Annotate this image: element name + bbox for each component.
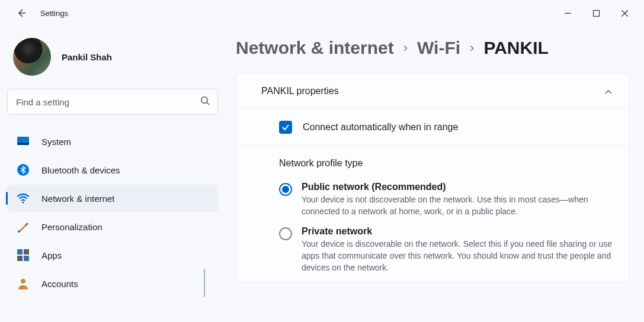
titlebar: Settings <box>0 0 644 26</box>
radio-public[interactable] <box>279 183 292 196</box>
nav-label: Network & internet <box>41 194 114 204</box>
minimize-icon <box>565 10 571 17</box>
card-title: PANKIL properties <box>261 86 339 96</box>
brush-icon <box>17 220 30 233</box>
breadcrumb-wifi[interactable]: Wi-Fi <box>417 38 460 58</box>
option-private[interactable]: Private network Your device is discovera… <box>279 226 613 274</box>
breadcrumb-network[interactable]: Network & internet <box>236 38 394 58</box>
profile-type-header: Network profile type <box>236 146 629 175</box>
svg-rect-7 <box>17 249 23 255</box>
sidebar-item-system[interactable]: System <box>7 128 218 155</box>
wifi-icon <box>17 192 30 205</box>
nav-label: Apps <box>41 250 62 260</box>
svg-point-11 <box>21 279 25 284</box>
card-header[interactable]: PANKIL properties <box>236 74 629 109</box>
properties-card: PANKIL properties Connect automatically … <box>236 73 630 282</box>
user-name: Pankil Shah <box>62 52 112 62</box>
account-icon <box>17 277 30 290</box>
nav-label: Bluetooth & devices <box>41 165 120 175</box>
option-public-desc: Your device is not discoverable on the n… <box>302 194 613 218</box>
back-arrow-icon <box>17 8 26 18</box>
sidebar-item-network[interactable]: Network & internet <box>7 185 218 212</box>
sidebar-item-personalization[interactable]: Personalization <box>7 213 218 240</box>
chevron-right-icon: › <box>403 40 408 56</box>
profile-options: Public network (Recommended) Your device… <box>236 175 629 282</box>
breadcrumb: Network & internet › Wi-Fi › PANKIL <box>236 38 630 58</box>
maximize-button[interactable] <box>582 4 610 22</box>
nav-list: System Bluetooth & devices Network & int… <box>7 128 218 297</box>
close-icon <box>621 10 628 17</box>
radio-private[interactable] <box>279 227 292 240</box>
svg-point-5 <box>22 201 24 203</box>
breadcrumb-current: PANKIL <box>483 38 548 58</box>
back-button[interactable] <box>12 4 31 22</box>
connect-auto-label: Connect automatically when in range <box>303 122 458 133</box>
svg-rect-8 <box>24 249 29 255</box>
main-content: Network & internet › Wi-Fi › PANKIL PANK… <box>225 26 644 322</box>
sidebar-item-bluetooth[interactable]: Bluetooth & devices <box>7 156 218 183</box>
app-title: Settings <box>40 9 68 18</box>
search-field-wrap <box>7 89 218 115</box>
user-profile[interactable]: Pankil Shah <box>7 33 218 86</box>
svg-point-1 <box>201 97 208 104</box>
nav-label: System <box>41 137 71 147</box>
sidebar-scrollbar[interactable] <box>204 269 205 297</box>
apps-icon <box>17 249 30 262</box>
chevron-up-icon <box>604 86 613 96</box>
svg-rect-10 <box>24 256 29 261</box>
chevron-right-icon: › <box>470 40 474 56</box>
svg-rect-9 <box>17 256 23 261</box>
option-public-title: Public network (Recommended) <box>302 182 613 192</box>
window-controls <box>554 4 638 22</box>
sidebar-item-apps[interactable]: Apps <box>7 242 218 269</box>
maximize-icon <box>593 10 600 17</box>
nav-label: Personalization <box>41 222 102 232</box>
minimize-button[interactable] <box>554 4 581 22</box>
option-private-desc: Your device is discoverable on the netwo… <box>302 238 613 274</box>
avatar <box>13 38 51 76</box>
svg-point-6 <box>18 230 20 233</box>
option-public[interactable]: Public network (Recommended) Your device… <box>279 182 613 218</box>
close-button[interactable] <box>611 4 638 22</box>
sidebar: Pankil Shah System Bluetooth & devices <box>0 26 225 322</box>
check-icon <box>281 123 290 131</box>
svg-rect-3 <box>17 143 29 145</box>
connect-auto-row[interactable]: Connect automatically when in range <box>236 109 629 146</box>
svg-rect-0 <box>593 10 599 16</box>
option-private-title: Private network <box>302 226 613 237</box>
nav-label: Accounts <box>41 279 78 289</box>
bluetooth-icon <box>17 163 30 176</box>
system-icon <box>17 135 30 148</box>
sidebar-item-accounts[interactable]: Accounts <box>7 270 218 297</box>
search-input[interactable] <box>7 89 218 115</box>
search-icon <box>200 96 210 108</box>
connect-auto-checkbox[interactable] <box>279 121 292 134</box>
